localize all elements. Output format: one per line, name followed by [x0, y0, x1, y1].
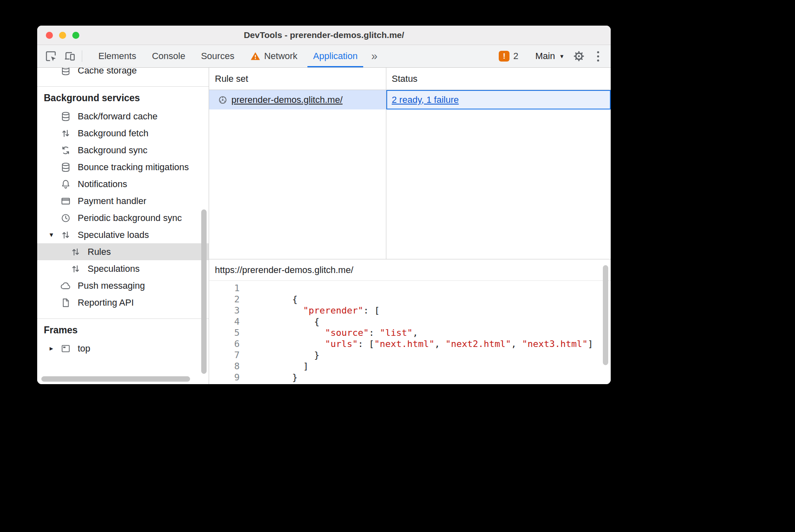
devtools-content: Cache storage Background servicesBack/fo… — [37, 68, 611, 384]
menu-button[interactable] — [588, 51, 607, 62]
code-text — [240, 283, 270, 294]
sidebar-vertical-scrollbar[interactable] — [201, 209, 207, 374]
code-line: 1 — [209, 283, 611, 294]
speculative-loads-rules-panel: Rule set Status prerender-demos.glitch.m… — [209, 68, 611, 384]
code-line: 5 "source": "list", — [209, 327, 611, 338]
target-selector[interactable]: Main ▼ — [530, 51, 569, 62]
json-string-token: "urls" — [325, 339, 357, 349]
sidebar-item-periodic-background-sync[interactable]: Periodic background sync — [37, 209, 209, 226]
tab-console[interactable]: Console — [144, 45, 193, 67]
settings-button[interactable] — [569, 50, 588, 62]
sidebar-sections: Background servicesBack/forward cacheBac… — [37, 86, 209, 357]
status-link[interactable]: 2 ready, 1 failure — [392, 95, 459, 105]
sync-icon — [60, 145, 71, 156]
sidebar-item-label: Push messaging — [78, 280, 145, 291]
frame-icon — [60, 343, 71, 354]
window-controls — [46, 26, 79, 45]
twisty-icon[interactable]: ▾ — [50, 230, 60, 239]
target-selector-label: Main — [535, 51, 555, 62]
rule-set-icon — [217, 95, 228, 105]
sidebar-item-background-sync[interactable]: Background sync — [37, 142, 209, 159]
json-punctuation-token: ] — [588, 339, 593, 349]
rule-set-detail-pane: https://prerender-demos.glitch.me/ 12 {3… — [209, 259, 611, 384]
cloud-icon — [60, 280, 71, 291]
code-viewer: 12 {3 "prerender": [4 {5 "source": "list… — [209, 281, 611, 384]
error-count: 2 — [513, 51, 518, 62]
sidebar-item-notifications[interactable]: Notifications — [37, 176, 209, 192]
device-toolbar-icon — [64, 50, 76, 62]
sidebar-item-label: Cache storage — [78, 68, 137, 76]
sidebar-item-speculative-loads[interactable]: ▾Speculative loads — [37, 226, 209, 243]
sidebar-item-label: Background fetch — [78, 128, 148, 139]
sidebar-item-label: Background sync — [78, 145, 148, 156]
updown-arrows-icon — [60, 128, 71, 139]
updown-arrows-icon — [70, 264, 81, 274]
tab-label: Elements — [98, 51, 136, 62]
error-badge-icon: ! — [499, 51, 509, 62]
toolbar-right: ! 2 Main ▼ — [499, 45, 607, 67]
document-icon — [60, 297, 71, 308]
sidebar-section-header: Frames — [37, 319, 209, 340]
tab-label: Network — [264, 51, 298, 62]
line-number: 3 — [209, 305, 240, 316]
rule-set-link[interactable]: prerender-demos.glitch.me/ — [231, 95, 343, 105]
code-text: { — [240, 294, 298, 305]
table-empty-area — [209, 109, 611, 259]
json-string-token: "next3.html" — [522, 339, 588, 349]
database-icon — [60, 162, 71, 173]
sidebar-item-reporting-api[interactable]: Reporting API — [37, 294, 209, 311]
json-punctuation-token: , — [434, 339, 445, 349]
sidebar-item-push-messaging[interactable]: Push messaging — [37, 277, 209, 294]
code-vertical-scrollbar[interactable] — [603, 265, 608, 365]
titlebar: DevTools - prerender-demos.glitch.me/ — [37, 26, 611, 45]
json-string-token: "list" — [380, 328, 412, 338]
tab-label: Sources — [201, 51, 234, 62]
table-header: Rule set Status — [209, 68, 611, 90]
inspect-element-button[interactable] — [41, 45, 60, 67]
toolbar-divider — [82, 50, 82, 62]
gear-icon — [573, 50, 585, 62]
sidebar-item-label: top — [78, 343, 90, 354]
tab-label: Console — [152, 51, 186, 62]
json-punctuation-token: : [ — [358, 339, 374, 349]
sidebar-horizontal-scrollbar[interactable] — [41, 376, 190, 382]
sidebar-item-label: Notifications — [78, 179, 127, 190]
line-number: 5 — [209, 327, 240, 338]
more-tabs-button[interactable]: » — [365, 45, 383, 67]
rule-set-cell[interactable]: prerender-demos.glitch.me/ — [209, 90, 386, 109]
sidebar-item-label: Payment handler — [78, 196, 146, 207]
sidebar-item-label: Back/forward cache — [78, 111, 157, 122]
line-number: 8 — [209, 361, 240, 372]
database-icon — [60, 68, 71, 76]
tab-network[interactable]: Network — [242, 45, 305, 67]
zoom-button[interactable] — [72, 32, 79, 39]
device-toolbar-button[interactable] — [60, 45, 79, 67]
tab-sources[interactable]: Sources — [193, 45, 242, 67]
sidebar-item-back-forward-cache[interactable]: Back/forward cache — [37, 108, 209, 125]
close-button[interactable] — [46, 32, 53, 39]
tab-elements[interactable]: Elements — [90, 45, 144, 67]
sidebar-item-bounce-tracking-mitigations[interactable]: Bounce tracking mitigations — [37, 159, 209, 176]
kebab-menu-icon — [597, 51, 599, 62]
updown-arrows-icon — [70, 247, 81, 257]
sidebar-item-rules[interactable]: Rules — [37, 243, 209, 260]
status-cell[interactable]: 2 ready, 1 failure — [386, 90, 611, 109]
sidebar-item-label: Speculations — [88, 264, 140, 274]
sidebar-item-label: Bounce tracking mitigations — [78, 162, 189, 173]
json-punctuation-token: , — [412, 328, 418, 338]
json-string-token: "next.html" — [374, 339, 435, 349]
sidebar-item-payment-handler[interactable]: Payment handler — [37, 192, 209, 209]
sidebar-item-speculations[interactable]: Speculations — [37, 260, 209, 277]
line-number: 4 — [209, 316, 240, 327]
tab-application[interactable]: Application — [305, 45, 366, 67]
code-line: 6 "urls": ["next.html", "next2.html", "n… — [209, 338, 611, 349]
issues-badge[interactable]: ! 2 — [499, 51, 518, 62]
twisty-icon[interactable]: ▸ — [50, 344, 60, 353]
sidebar-item-top[interactable]: ▸top — [37, 340, 209, 357]
sidebar-item-background-fetch[interactable]: Background fetch — [37, 125, 209, 142]
minimize-button[interactable] — [59, 32, 66, 39]
code-line: 8 ] — [209, 361, 611, 372]
code-text: "prerender": [ — [240, 305, 380, 316]
sidebar-item-cache-storage[interactable]: Cache storage — [37, 68, 209, 79]
sidebar-section-header: Background services — [37, 87, 209, 108]
